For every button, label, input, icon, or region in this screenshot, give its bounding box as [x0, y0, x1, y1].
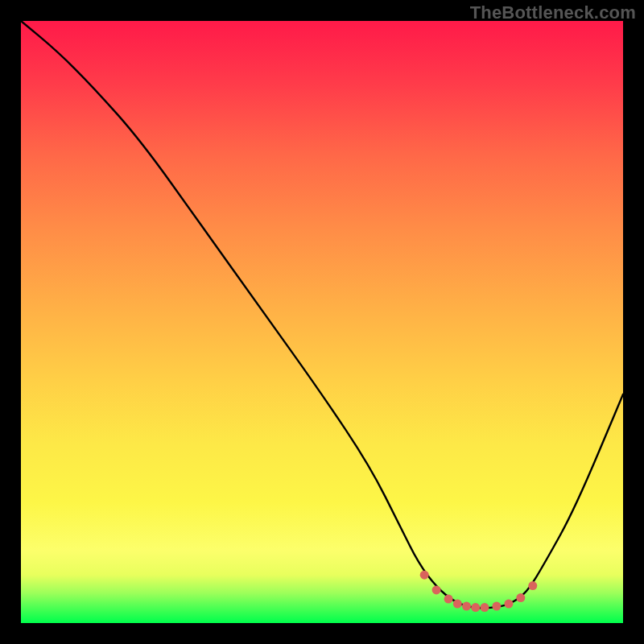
flat-dot [516, 593, 525, 602]
plot-area [21, 21, 623, 623]
flat-region-dots [420, 571, 538, 612]
flat-dot [453, 600, 462, 609]
flat-dot [420, 571, 429, 580]
flat-dot [462, 602, 471, 611]
flat-dot [471, 603, 480, 612]
flat-dot [481, 603, 489, 612]
curve-svg [21, 21, 623, 623]
bottleneck-curve [21, 21, 623, 608]
flat-dot [492, 602, 501, 611]
flat-dot [528, 581, 537, 590]
flat-dot [444, 595, 453, 604]
chart-stage: TheBottleneck.com [0, 0, 644, 644]
watermark-text: TheBottleneck.com [470, 2, 636, 23]
flat-dot [432, 585, 441, 594]
flat-dot [504, 600, 513, 609]
